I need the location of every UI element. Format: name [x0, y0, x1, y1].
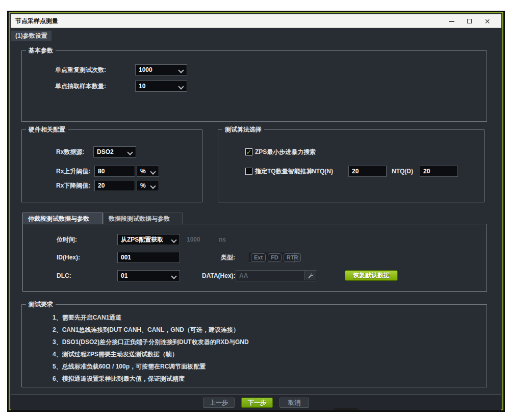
type-label: 类型:: [221, 252, 235, 263]
requirement-item: 1、需要先开启CAN1通道: [53, 313, 121, 322]
check-icon: ✓: [246, 149, 252, 155]
repeat-count-select[interactable]: 1000: [135, 64, 187, 75]
group-algorithm-select: 测试算法选择 ✓ ZPS最小步进暴力搜索 指定TQ数量智能推算 NTQ(N) 2…: [218, 129, 484, 202]
titlebar[interactable]: 节点采样点测量 ✕: [11, 14, 501, 28]
rx-rise-label: Rx上升阈值:: [56, 166, 90, 177]
rx-fall-label: Rx下降阈值:: [56, 180, 90, 191]
minimize-button[interactable]: [443, 14, 461, 28]
requirement-item: 5、总线标准负载60Ω / 100p，可按需在RC调节面板配置: [53, 362, 206, 371]
ntq-n-label: NTQ(N): [312, 166, 333, 177]
maximize-icon: [467, 19, 472, 23]
dialog-window: 节点采样点测量 ✕ (1)参数设置 基本参数 单点重复测试次数: 1000 单点…: [7, 11, 505, 412]
chevron-down-icon: [127, 149, 133, 155]
ntq-n-input[interactable]: 20: [348, 166, 387, 177]
dlc-label: DLC:: [57, 270, 71, 281]
close-button[interactable]: ✕: [478, 14, 496, 28]
tab-data-segment[interactable]: 数据段测试数据与参数: [103, 213, 183, 224]
ntq-d-label: NTQ(D): [392, 166, 413, 177]
requirement-item: 4、测试过程ZPS需要主动发送测试数据（帧）: [53, 350, 178, 358]
tq-estimate-checkbox[interactable]: [245, 168, 252, 175]
minimize-icon: [449, 21, 454, 22]
group-test-requirements: 测试要求 1、需要先开启CAN1通道 2、CAN1总线连接到DUT CANH、C…: [21, 304, 487, 387]
bit-time-label: 位时间:: [57, 234, 77, 245]
sample-count-select[interactable]: 10: [135, 81, 187, 92]
restore-default-button[interactable]: 恢复默认数据: [345, 270, 398, 281]
data-hex-label: DATA(Hex):: [202, 270, 236, 281]
group-hardware-config-legend: 硬件相关配置: [26, 125, 68, 134]
chevron-down-icon: [178, 84, 184, 89]
rx-fall-input[interactable]: 20: [94, 180, 135, 191]
next-step-button[interactable]: 下一步: [241, 398, 273, 408]
window-title: 节点采样点测量: [15, 14, 58, 28]
bit-time-unit-label: ns: [219, 234, 226, 245]
chevron-down-icon: [178, 67, 184, 73]
id-hex-label: ID(Hex):: [57, 252, 80, 263]
background-artifact: [334, 408, 358, 410]
previous-step-button[interactable]: 上一步: [203, 398, 235, 408]
data-edit-button[interactable]: [304, 271, 316, 280]
group-test-requirements-legend: 测试要求: [26, 300, 56, 308]
window-controls: ✕: [443, 14, 496, 28]
requirement-item: 3、DSO1(DSO2)差分接口正负端子分别连接到DUT收发器的RXD与GND: [53, 338, 249, 346]
footer-bar: 上一步 下一步 取消: [11, 395, 501, 410]
zps-search-checkbox[interactable]: ✓: [245, 148, 252, 155]
requirement-item: 6、模拟通道设置采样比到最大值，保证测试精度: [53, 375, 185, 383]
rx-source-value: DSO2: [97, 148, 114, 155]
rx-fall-unit-select[interactable]: %: [137, 180, 159, 191]
sample-count-label: 单点抽取样本数量:: [55, 81, 106, 92]
dialog-body: 节点采样点测量 ✕ (1)参数设置 基本参数 单点重复测试次数: 1000 单点…: [11, 14, 501, 408]
chevron-down-icon: [150, 183, 156, 189]
chevron-down-icon: [171, 237, 176, 243]
type-fd-button[interactable]: FD: [268, 253, 282, 262]
bit-time-select[interactable]: 从ZPS配置获取: [117, 234, 180, 245]
requirement-item: 2、CAN1总线连接到DUT CANH、CANL，GND（可选，建议连接）: [53, 326, 239, 334]
step-tab-parameter-settings[interactable]: (1)参数设置: [11, 31, 52, 41]
rx-rise-unit-select[interactable]: %: [137, 166, 159, 177]
repeat-count-value: 1000: [139, 66, 152, 73]
maximize-button[interactable]: [461, 14, 478, 28]
dialog-green-border: 节点采样点测量 ✕ (1)参数设置 基本参数 单点重复测试次数: 1000 单点…: [9, 12, 503, 410]
rx-source-label: Rx数据源:: [56, 146, 84, 158]
frame-type-group: Ext FD RTR: [248, 252, 295, 263]
id-hex-input[interactable]: 001: [117, 252, 180, 263]
group-algorithm-select-legend: 测试算法选择: [222, 125, 264, 134]
sample-count-value: 10: [139, 83, 145, 90]
chevron-down-icon: [150, 169, 156, 174]
group-basic-params: 基本参数 单点重复测试次数: 1000 单点抽取样本数量: 10: [21, 50, 487, 122]
cancel-button[interactable]: 取消: [279, 398, 309, 408]
group-basic-params-legend: 基本参数: [26, 46, 56, 55]
dlc-select[interactable]: 01: [117, 270, 180, 281]
data-hex-value: AA: [239, 272, 248, 279]
repeat-count-label: 单点重复测试次数:: [55, 64, 106, 75]
tq-estimate-label: 指定TQ数量智能推算: [255, 166, 313, 177]
dlc-value: 01: [121, 272, 128, 279]
group-hardware-config: 硬件相关配置 Rx数据源: DSO2 Rx上升阈值: 80 % Rx下降阈值: …: [21, 129, 202, 202]
bit-time-value: 从ZPS配置获取: [121, 236, 163, 243]
rx-source-select[interactable]: DSO2: [93, 146, 136, 158]
arbitration-tab-panel: 位时间: 从ZPS配置获取 1000 ns ID(Hex): 001 类型: E…: [22, 224, 487, 292]
rx-rise-input[interactable]: 80: [94, 166, 135, 177]
bit-time-number-disabled: 1000: [187, 234, 200, 245]
ntq-d-input[interactable]: 20: [420, 166, 458, 177]
type-rtr-button[interactable]: RTR: [284, 253, 301, 262]
tab-arbitration-segment[interactable]: 仲裁段测试数据与参数: [22, 213, 103, 224]
rx-fall-unit-value: %: [140, 182, 146, 189]
close-icon: ✕: [484, 18, 491, 25]
chevron-down-icon: [171, 273, 176, 279]
zps-search-label: ZPS最小步进暴力搜索: [255, 146, 316, 158]
data-hex-input[interactable]: AA: [236, 270, 317, 281]
wrench-icon: [308, 273, 314, 279]
rx-rise-unit-value: %: [140, 168, 146, 175]
type-ext-button[interactable]: Ext: [251, 253, 266, 262]
